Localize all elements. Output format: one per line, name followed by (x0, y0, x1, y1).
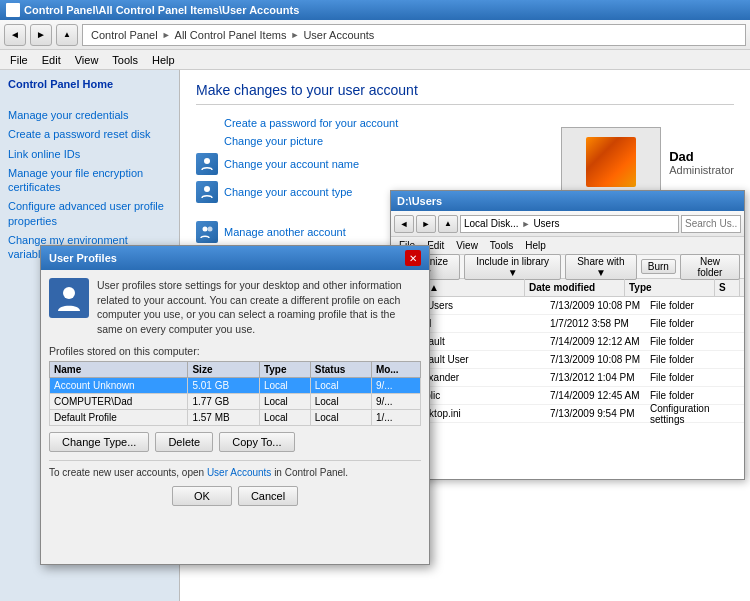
control-panel-icon (6, 3, 20, 17)
fe-file-type: File folder (650, 318, 740, 329)
fe-file-type: File folder (650, 300, 740, 311)
sidebar-home-link[interactable]: Control Panel Home (8, 78, 171, 90)
fe-file-type: File folder (650, 354, 740, 365)
col-header-status[interactable]: Status (310, 361, 371, 377)
copy-to-button[interactable]: Copy To... (219, 432, 294, 452)
dialog-close-button[interactable]: ✕ (405, 250, 421, 266)
delete-button[interactable]: Delete (155, 432, 213, 452)
col-header-mo[interactable]: Mo... (371, 361, 420, 377)
col-header-size[interactable]: Size (188, 361, 259, 377)
fe-nav-bar: ◄ ► ▲ Local Disk... ► Users (391, 211, 744, 237)
fe-file-type: Configuration settings (650, 403, 740, 425)
fe-addr-disk: Local Disk... (464, 218, 518, 229)
sidebar-link-online-ids[interactable]: Link online IDs (8, 147, 171, 161)
list-item[interactable]: 📁 jalexander 7/13/2012 1:04 PM File fold… (391, 369, 744, 387)
action-change-picture[interactable]: Change your picture (224, 135, 549, 147)
address-control-panel[interactable]: Control Panel (87, 29, 162, 41)
up-button[interactable]: ▲ (56, 24, 78, 46)
fe-col-date[interactable]: Date modified (525, 279, 625, 296)
profile-status: Local (310, 409, 371, 425)
user-name-box: Dad Administrator (669, 149, 734, 176)
table-row[interactable]: Account Unknown 5.01 GB Local Local 9/..… (50, 377, 421, 393)
ok-button[interactable]: OK (172, 486, 232, 506)
action-change-type[interactable]: Change your account type (224, 186, 352, 198)
profile-name: Account Unknown (50, 377, 188, 393)
user-avatar-box (561, 127, 661, 197)
fe-file-date: 7/13/2009 10:08 PM (550, 300, 650, 311)
dialog-footer: To create new user accounts, open User A… (49, 460, 421, 478)
menu-file[interactable]: File (4, 53, 34, 67)
profiles-label: Profiles stored on this computer: (49, 345, 421, 357)
list-item[interactable]: 📁 Default 7/14/2009 12:12 AM File folder (391, 333, 744, 351)
menu-view[interactable]: View (69, 53, 105, 67)
fe-include-library-btn[interactable]: Include in library ▼ (464, 254, 561, 280)
list-item[interactable]: 📄 desktop.ini 7/13/2009 9:54 PM Configur… (391, 405, 744, 423)
menu-tools[interactable]: Tools (106, 53, 144, 67)
table-row[interactable]: COMPUTER\Dad 1.77 GB Local Local 9/... (50, 393, 421, 409)
profile-type: Local (259, 377, 310, 393)
list-item[interactable]: 📁 Default User 7/13/2009 10:08 PM File f… (391, 351, 744, 369)
dialog-title-text: User Profiles (49, 252, 117, 264)
address-all-items[interactable]: All Control Panel Items (171, 29, 291, 41)
fe-file-name: jalexander (413, 372, 550, 383)
fe-back-btn[interactable]: ◄ (394, 215, 414, 233)
sidebar-link-reset-disk[interactable]: Create a password reset disk (8, 127, 171, 141)
change-type-icon (196, 181, 218, 203)
title-bar-text: Control Panel\All Control Panel Items\Us… (24, 4, 299, 16)
col-header-type[interactable]: Type (259, 361, 310, 377)
table-row[interactable]: Default Profile 1.57 MB Local Local 1/..… (50, 409, 421, 425)
fe-file-name: Public (413, 390, 550, 401)
address-bar[interactable]: Control Panel ► All Control Panel Items … (82, 24, 746, 46)
cancel-button[interactable]: Cancel (238, 486, 298, 506)
address-user-accounts[interactable]: User Accounts (299, 29, 378, 41)
action-create-password[interactable]: Create a password for your account (224, 117, 549, 129)
action-change-name[interactable]: Change your account name (224, 158, 359, 170)
sidebar-link-encryption[interactable]: Manage your file encryption certificates (8, 166, 171, 195)
manage-account-icon (196, 221, 218, 243)
fe-file-type: File folder (650, 390, 740, 401)
fe-up-btn[interactable]: ▲ (438, 215, 458, 233)
sidebar-link-credentials[interactable]: Manage your credentials (8, 108, 171, 122)
fe-address-bar[interactable]: Local Disk... ► Users (460, 215, 679, 233)
fe-file-date: 7/13/2009 9:54 PM (550, 408, 650, 419)
fe-col-size[interactable]: S (715, 279, 740, 296)
sidebar-link-advanced-profile[interactable]: Configure advanced user profile properti… (8, 199, 171, 228)
user-accounts-link[interactable]: User Accounts (207, 467, 271, 478)
profile-mo: 9/... (371, 393, 420, 409)
change-type-button[interactable]: Change Type... (49, 432, 149, 452)
fe-col-type[interactable]: Type (625, 279, 715, 296)
fe-burn-btn[interactable]: Burn (641, 259, 676, 274)
dialog-header: User profiles store settings for your de… (49, 278, 421, 337)
col-header-name[interactable]: Name (50, 361, 188, 377)
dialog-body: User profiles store settings for your de… (41, 270, 429, 514)
fe-search-input[interactable] (681, 215, 741, 233)
profile-size: 1.57 MB (188, 409, 259, 425)
back-button[interactable]: ◄ (4, 24, 26, 46)
fe-file-type: File folder (650, 336, 740, 347)
fe-menu-tools[interactable]: Tools (485, 239, 518, 252)
dialog-ok-cancel-buttons: OK Cancel (49, 486, 421, 506)
dialog-user-icon (49, 278, 89, 318)
action-manage-account[interactable]: Manage another account (224, 226, 346, 238)
menu-help[interactable]: Help (146, 53, 181, 67)
list-item[interactable]: 📁 Dad 1/7/2012 3:58 PM File folder (391, 315, 744, 333)
menu-bar: File Edit View Tools Help (0, 50, 750, 70)
list-item[interactable]: 📁 All Users 7/13/2009 10:08 PM File fold… (391, 297, 744, 315)
fe-new-folder-btn[interactable]: New folder (680, 254, 740, 280)
fe-menu-view[interactable]: View (451, 239, 483, 252)
svg-point-1 (204, 186, 210, 192)
fe-share-btn[interactable]: Share with ▼ (565, 254, 637, 280)
fe-menu-help[interactable]: Help (520, 239, 551, 252)
fe-title-bar: D:\Users (391, 191, 744, 211)
menu-edit[interactable]: Edit (36, 53, 67, 67)
fe-file-type: File folder (650, 372, 740, 383)
fe-forward-btn[interactable]: ► (416, 215, 436, 233)
fe-file-date: 1/7/2012 3:58 PM (550, 318, 650, 329)
profile-status: Local (310, 393, 371, 409)
user-avatar-section: Dad Administrator (561, 127, 734, 197)
fe-file-date: 7/14/2009 12:12 AM (550, 336, 650, 347)
svg-point-0 (204, 158, 210, 164)
forward-button[interactable]: ► (30, 24, 52, 46)
fe-file-name: Dad (413, 318, 550, 329)
fe-title-text: D:\Users (397, 195, 442, 207)
